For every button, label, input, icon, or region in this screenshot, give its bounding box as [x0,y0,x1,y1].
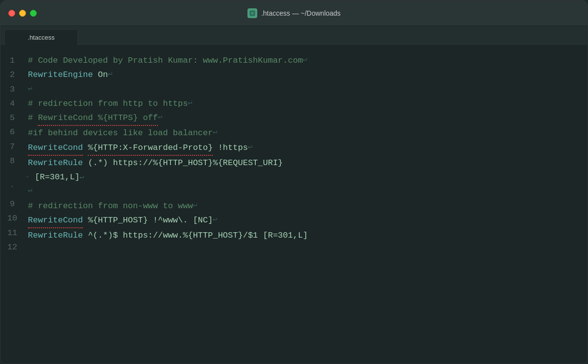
app-icon [247,8,257,18]
line-num-5: 5 [0,111,24,125]
code-line-9: ↵ [28,184,580,198]
line-num-11: 11 [0,226,24,240]
svg-point-1 [251,12,254,15]
title-bar-content: .htaccess — ~/Downloads [247,8,341,18]
code-text-11a: RewriteCond [28,213,83,228]
code-line-8: RewriteRule (.*) https://%{HTTP_HOST}%{R… [28,156,580,184]
code-text-7a: RewriteCond [28,141,83,156]
traffic-lights [8,10,37,17]
code-text-8a: RewriteRule [28,156,88,170]
newline-1: ↵ [303,53,307,66]
code-text-12a: RewriteRule [28,228,88,243]
newline-5: ↵ [158,111,162,123]
code-text-4: # redirection from http to https [28,97,188,111]
code-text-1: # Code Developed by Pratish Kumar: www.P… [28,53,303,68]
code-text-5b: RewriteCond %{HTTPS} off [38,111,158,126]
code-text-2a: RewriteEngine [28,68,98,82]
newline-6: ↵ [213,126,217,139]
close-button[interactable] [8,10,15,17]
code-line-4: # redirection from http to https ↵ [28,97,580,111]
newline-10: ↵ [193,199,197,212]
code-line-11: RewriteCond %{HTTP_HOST} !^www\. [NC] ↵ [28,213,580,228]
code-line-6: #if behind devices like load balancer ↵ [28,126,580,140]
window: .htaccess — ~/Downloads .htaccess 1 2 3 … [0,0,588,364]
line-num-6: 6 [0,125,24,139]
newline-11: ↵ [213,213,217,226]
code-line-12: RewriteRule ^(.*)$ https://www.%{HTTP_HO… [28,228,580,243]
code-line-3: ↵ [28,82,580,97]
line-num-10: 10 [0,211,24,225]
code-text-7b [83,141,88,155]
newline-4: ↵ [188,97,192,109]
line-num-7: 7 [0,140,24,154]
line-num-9: 9 [0,197,24,211]
file-tab[interactable]: .htaccess [4,29,78,45]
newline-7: ↵ [248,141,252,153]
line-num-12: 12 [0,240,24,254]
code-text-5a: # [28,111,38,125]
line-numbers: 1 2 3 4 5 6 7 8 • 9 10 11 12 [0,46,24,364]
code-text-10: # redirection from non-www to www [28,199,193,213]
code-text-2b: On [98,68,108,82]
code-line-5: # RewriteCond %{HTTPS} off ↵ [28,111,580,126]
line-num-bullet: • [0,183,24,197]
line-num-8: 8 [0,154,24,183]
maximize-button[interactable] [30,10,37,17]
titlebar: .htaccess — ~/Downloads [0,0,588,26]
code-text-11b: %{HTTP_HOST} !^www\. [NC] [83,213,213,227]
code-text-8b: (.*) https://%{HTTP_HOST}%{REQUEST_URI} [88,156,283,170]
code-text-7c: %{HTTP:X-Forwarded-Proto} [88,141,213,156]
window-title: .htaccess — ~/Downloads [261,9,341,17]
code-line-2: RewriteEngine On ↵ [28,68,580,82]
minimize-button[interactable] [19,10,26,17]
editor-area: 1 2 3 4 5 6 7 8 • 9 10 11 12 # Code Deve… [0,46,588,364]
code-text-6: #if behind devices like load balancer [28,126,213,140]
code-text-12b: ^(.*)$ https://www.%{HTTP_HOST}/$1 [R=30… [88,228,308,243]
code-line-10: # redirection from non-www to www ↵ [28,199,580,213]
code-area[interactable]: # Code Developed by Pratish Kumar: www.P… [24,46,588,364]
newline-8b: ↵ [80,171,84,184]
code-line-1: # Code Developed by Pratish Kumar: www.P… [28,53,580,68]
code-text-8c: [R=301,L] [35,170,80,184]
line-num-3: 3 [0,82,24,97]
line-num-2: 2 [0,68,24,82]
line-num-4: 4 [0,97,24,111]
code-line-7: RewriteCond %{HTTP:X-Forwarded-Proto} !h… [28,141,580,156]
newline-2: ↵ [108,68,112,80]
newline-9: ↵ [28,184,32,197]
line-num-1: 1 [0,53,24,68]
newline-3: ↵ [28,82,32,95]
tab-bar: .htaccess [0,26,588,46]
code-text-7d: !https [213,141,247,155]
